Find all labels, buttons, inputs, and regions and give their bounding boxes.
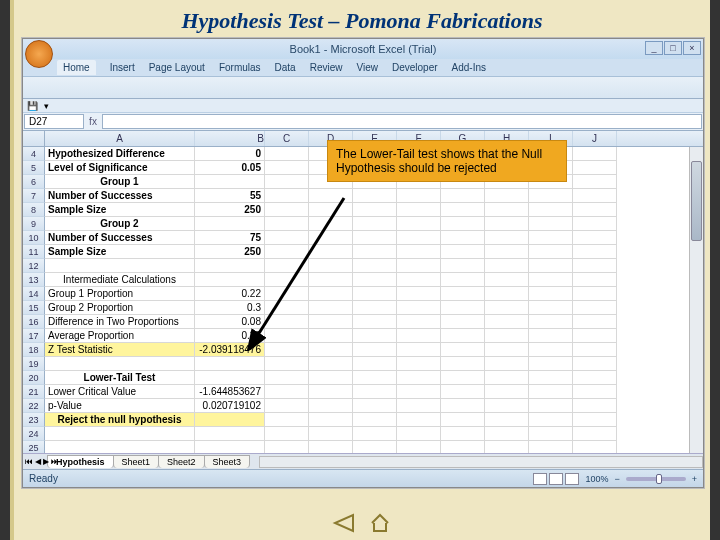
cell-C17[interactable] [265,329,309,343]
cell-E12[interactable] [353,259,397,273]
cell-B21[interactable]: -1.644853627 [195,385,265,399]
cell-H10[interactable] [485,231,529,245]
cell-I9[interactable] [529,217,573,231]
row-header[interactable]: 14 [23,287,45,301]
cell-F10[interactable] [397,231,441,245]
cell-D20[interactable] [309,371,353,385]
office-button-icon[interactable] [25,40,53,68]
row-header[interactable]: 20 [23,371,45,385]
cell-D21[interactable] [309,385,353,399]
cell-G13[interactable] [441,273,485,287]
cell-A4[interactable]: Hypothesized Difference [45,147,195,161]
cell-J13[interactable] [573,273,617,287]
horizontal-scrollbar[interactable] [259,456,703,468]
cell-J12[interactable] [573,259,617,273]
cell-C22[interactable] [265,399,309,413]
cell-J14[interactable] [573,287,617,301]
cell-G23[interactable] [441,413,485,427]
cell-I12[interactable] [529,259,573,273]
close-button[interactable]: × [683,41,701,55]
cell-E24[interactable] [353,427,397,441]
cell-I14[interactable] [529,287,573,301]
cell-C12[interactable] [265,259,309,273]
cell-E19[interactable] [353,357,397,371]
row-header[interactable]: 9 [23,217,45,231]
cell-A21[interactable]: Lower Critical Value [45,385,195,399]
row-header[interactable]: 19 [23,357,45,371]
cell-D11[interactable] [309,245,353,259]
cell-F22[interactable] [397,399,441,413]
cell-J15[interactable] [573,301,617,315]
cell-A10[interactable]: Number of Successes [45,231,195,245]
ribbon-tab-add-ins[interactable]: Add-Ins [452,62,486,73]
cell-F9[interactable] [397,217,441,231]
cell-H22[interactable] [485,399,529,413]
cell-J11[interactable] [573,245,617,259]
row-header[interactable]: 4 [23,147,45,161]
cell-D9[interactable] [309,217,353,231]
cell-H13[interactable] [485,273,529,287]
cell-A9[interactable]: Group 2 [45,217,195,231]
column-header-J[interactable]: J [573,131,617,146]
cell-G25[interactable] [441,441,485,453]
cell-G7[interactable] [441,189,485,203]
dropdown-icon[interactable]: ▾ [44,101,49,111]
cell-B14[interactable]: 0.22 [195,287,265,301]
cell-I13[interactable] [529,273,573,287]
cell-B12[interactable] [195,259,265,273]
cell-B19[interactable] [195,357,265,371]
cell-D13[interactable] [309,273,353,287]
cell-H11[interactable] [485,245,529,259]
cell-D24[interactable] [309,427,353,441]
cell-B18[interactable]: -2.039118476 [195,343,265,357]
cell-F8[interactable] [397,203,441,217]
cell-C4[interactable] [265,147,309,161]
cell-F12[interactable] [397,259,441,273]
cell-B23[interactable] [195,413,265,427]
row-header[interactable]: 5 [23,161,45,175]
cell-B17[interactable]: 0.26 [195,329,265,343]
cell-H17[interactable] [485,329,529,343]
cell-J9[interactable] [573,217,617,231]
cell-D14[interactable] [309,287,353,301]
cell-G9[interactable] [441,217,485,231]
cell-H20[interactable] [485,371,529,385]
cell-F13[interactable] [397,273,441,287]
cell-F21[interactable] [397,385,441,399]
cell-C9[interactable] [265,217,309,231]
cell-H12[interactable] [485,259,529,273]
cell-C16[interactable] [265,315,309,329]
back-button[interactable] [330,512,358,534]
cell-G10[interactable] [441,231,485,245]
cell-A23[interactable]: Reject the null hypothesis [45,413,195,427]
cell-H18[interactable] [485,343,529,357]
cell-D25[interactable] [309,441,353,453]
ribbon-tab-page-layout[interactable]: Page Layout [149,62,205,73]
cell-I10[interactable] [529,231,573,245]
cell-A24[interactable] [45,427,195,441]
cell-E16[interactable] [353,315,397,329]
maximize-button[interactable]: □ [664,41,682,55]
cell-E20[interactable] [353,371,397,385]
cell-B4[interactable]: 0 [195,147,265,161]
cell-J20[interactable] [573,371,617,385]
cell-C19[interactable] [265,357,309,371]
cell-E15[interactable] [353,301,397,315]
cell-B22[interactable]: 0.020719102 [195,399,265,413]
cell-E18[interactable] [353,343,397,357]
column-header-B[interactable]: B [195,131,265,146]
cell-D22[interactable] [309,399,353,413]
row-header[interactable]: 24 [23,427,45,441]
cell-B13[interactable] [195,273,265,287]
cell-C5[interactable] [265,161,309,175]
home-button[interactable] [366,512,394,534]
row-header[interactable]: 22 [23,399,45,413]
cell-D17[interactable] [309,329,353,343]
cell-B10[interactable]: 75 [195,231,265,245]
cell-I11[interactable] [529,245,573,259]
sheet-nav-icon[interactable]: ▶ [43,457,49,466]
cell-C18[interactable] [265,343,309,357]
cell-J10[interactable] [573,231,617,245]
row-header[interactable]: 15 [23,301,45,315]
cell-B6[interactable] [195,175,265,189]
